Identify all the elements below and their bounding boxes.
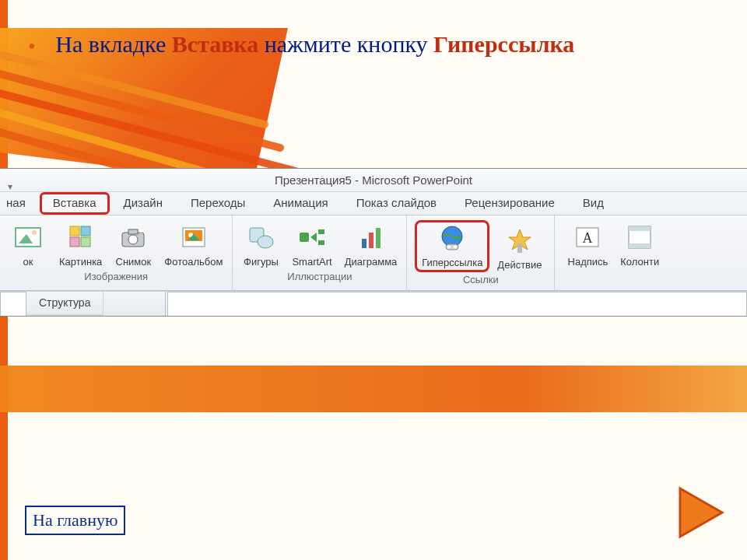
tab-animation[interactable]: Анимация — [259, 192, 342, 215]
btn-textbox[interactable]: A Надпись — [563, 220, 613, 269]
svg-marker-18 — [310, 233, 317, 242]
svg-point-10 — [139, 229, 142, 233]
instruction-kw2: Гиперссылка — [433, 31, 574, 57]
accent-band — [0, 366, 747, 412]
next-slide-button[interactable] — [677, 485, 725, 540]
svg-rect-21 — [362, 239, 366, 248]
tab-review[interactable]: Рецензирование — [451, 192, 569, 215]
svg-point-16 — [258, 236, 273, 248]
ribbon: ок Картинка Снимок — [0, 215, 747, 291]
svg-text:A: A — [583, 230, 593, 246]
instruction-pre: На вкладке — [55, 31, 171, 57]
svg-rect-8 — [128, 229, 138, 234]
group-links: Гиперссылка Действие Ссылки — [407, 215, 555, 290]
tab-design[interactable]: Дизайн — [110, 192, 177, 215]
btn-photoalbum[interactable]: Фотоальбом — [160, 220, 227, 269]
ribbon-tabs: ная Вставка Дизайн Переходы Анимация Пок… — [0, 192, 747, 215]
tab-view[interactable]: Вид — [569, 192, 618, 215]
smartart-icon — [296, 222, 328, 253]
instruction-text: • На вкладке Вставка нажмите кнопку Гипе… — [28, 31, 738, 59]
tab-slideshow[interactable]: Показ слайдов — [342, 192, 451, 215]
btn-clipart[interactable]: Картинка — [54, 220, 107, 269]
shapes-icon — [245, 222, 276, 253]
svg-rect-23 — [376, 228, 381, 248]
svg-rect-5 — [70, 237, 79, 247]
btn-hyperlink[interactable]: Гиперссылка — [415, 220, 489, 272]
textbox-icon: A — [572, 222, 603, 253]
btn-image-partial[interactable]: ок — [5, 220, 51, 269]
window-title: Презентация5 - Microsoft PowerPoint — [275, 173, 472, 187]
svg-point-9 — [128, 235, 138, 244]
svg-rect-22 — [369, 233, 374, 248]
svg-rect-3 — [70, 226, 79, 236]
tab-insert[interactable]: Вставка — [40, 192, 110, 215]
globe-link-icon — [437, 222, 468, 254]
photoalbum-icon — [178, 222, 209, 253]
slide-canvas[interactable] — [167, 292, 747, 316]
svg-rect-34 — [629, 226, 651, 231]
group-illustrations: Фигуры SmartArt Диаграмма Иллюстрации — [233, 215, 407, 290]
bullet-icon: • — [28, 34, 36, 58]
group-images: ок Картинка Снимок — [0, 215, 233, 290]
btn-chart[interactable]: Диаграмма — [340, 220, 402, 269]
headerfooter-icon — [624, 222, 655, 253]
action-icon — [504, 225, 535, 256]
svg-rect-6 — [81, 237, 90, 247]
btn-shapes[interactable]: Фигуры — [237, 220, 284, 269]
qat-dropdown-icon[interactable]: ▾ — [8, 175, 12, 198]
svg-rect-35 — [629, 243, 651, 248]
powerpoint-window: ▾ Презентация5 - Microsoft PowerPoint на… — [0, 168, 747, 317]
left-panel: Структура — [0, 291, 747, 316]
panel-tab-slides[interactable] — [0, 292, 26, 316]
group-images-title: Изображения — [3, 269, 229, 285]
group-links-title: Ссылки — [410, 272, 551, 289]
btn-screenshot[interactable]: Снимок — [110, 220, 156, 269]
btn-headerfooter-partial[interactable]: Колонти — [615, 220, 664, 269]
instruction-kw1: Вставка — [172, 31, 258, 57]
svg-point-27 — [447, 246, 451, 249]
chart-icon — [356, 222, 387, 253]
svg-point-28 — [454, 246, 457, 249]
svg-rect-17 — [300, 233, 309, 242]
home-link[interactable]: На главную — [25, 506, 125, 535]
camera-icon — [117, 222, 149, 253]
clipart-icon — [65, 222, 96, 253]
image-icon — [12, 222, 44, 253]
svg-rect-4 — [81, 226, 90, 236]
btn-action[interactable]: Действие — [493, 223, 546, 272]
tab-transitions[interactable]: Переходы — [177, 192, 259, 215]
svg-point-2 — [32, 230, 37, 235]
svg-rect-19 — [318, 229, 324, 234]
svg-marker-36 — [680, 488, 722, 537]
panel-tab-outline[interactable]: Структура — [26, 292, 103, 316]
title-bar: ▾ Презентация5 - Microsoft PowerPoint — [0, 169, 747, 192]
group-text: A Надпись Колонти — [555, 215, 672, 290]
group-illustr-title: Иллюстрации — [236, 269, 403, 285]
instruction-mid: нажмите кнопку — [258, 31, 433, 57]
btn-smartart[interactable]: SmartArt — [287, 220, 336, 269]
svg-rect-20 — [318, 240, 324, 245]
group-text-title — [558, 269, 668, 285]
svg-rect-30 — [517, 243, 522, 253]
